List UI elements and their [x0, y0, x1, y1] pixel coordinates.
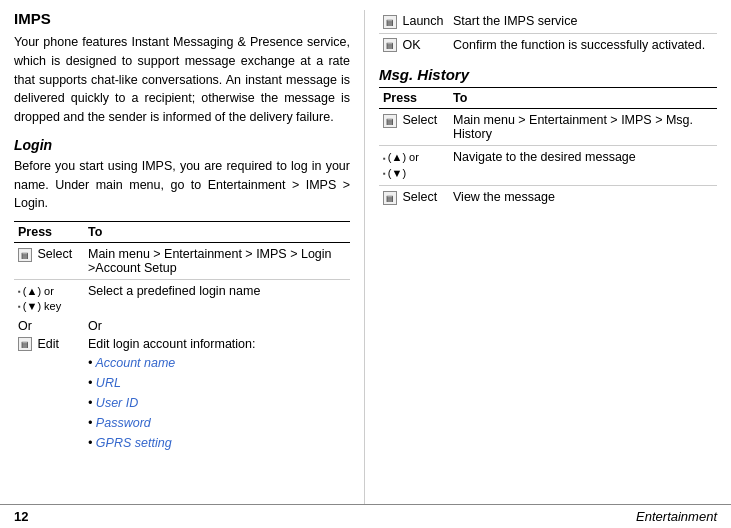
msg-history-title: Msg. History [379, 66, 717, 83]
footer-bar: 12 Entertainment [0, 504, 731, 528]
ok-icon: ▤ [383, 38, 397, 52]
select-icon: ▤ [383, 114, 397, 128]
to-cell: Navigate to the desired message [449, 146, 717, 186]
left-column: IMPS Your phone features Instant Messagi… [0, 10, 365, 504]
table-row: Or Or [14, 319, 350, 333]
page-number: 12 [14, 509, 28, 524]
page-container: IMPS Your phone features Instant Messagi… [0, 0, 731, 528]
press-label: Edit [37, 337, 59, 351]
table-row: ▪ (▲) or ▪ (▼) key Select a predefined l… [14, 280, 350, 319]
right-column: ▤ Launch Start the IMPS service ▤ OK Con… [365, 10, 731, 504]
press-cell: ▪ (▲) or ▪ (▼) [379, 146, 449, 186]
press-cell: ▤ Launch [379, 10, 449, 33]
select-icon: ▤ [383, 191, 397, 205]
press-label: Select [402, 190, 437, 204]
to-cell: Edit login account information: Account … [84, 333, 350, 457]
msg-history-table: Press To ▤ Select Main menu > Entertainm… [379, 87, 717, 208]
to-cell: Start the IMPS service [449, 10, 717, 33]
table-row: ▤ Select View the message [379, 186, 717, 209]
account-list: Account name URL User ID Password GPRS s… [88, 353, 346, 453]
login-intro: Before you start using IMPS, you are req… [14, 157, 350, 213]
press-cell: ▤ Select [14, 243, 84, 280]
to-header: To [84, 222, 350, 243]
nav-arrows: ▪ (▲) or ▪ (▼) key [18, 284, 80, 315]
edit-icon: ▤ [18, 337, 32, 351]
to-cell: Select a predefined login name [84, 280, 350, 319]
to-cell: Main menu > Entertainment > IMPS > Msg. … [449, 109, 717, 146]
press-cell: ▪ (▲) or ▪ (▼) key [14, 280, 84, 319]
press-cell: Or [14, 319, 84, 333]
press-label: OK [402, 38, 420, 52]
list-item: URL [88, 373, 346, 393]
table-row: ▤ Launch Start the IMPS service [379, 10, 717, 33]
to-cell: Main menu > Entertainment > IMPS > Login… [84, 243, 350, 280]
to-cell: Or [84, 319, 350, 333]
press-cell: ▤ Edit [14, 333, 84, 457]
select-icon: ▤ [18, 248, 32, 262]
list-item: GPRS setting [88, 433, 346, 453]
press-cell: ▤ Select [379, 109, 449, 146]
table-row: ▤ Select Main menu > Entertainment > IMP… [14, 243, 350, 280]
to-cell: Confirm the function is successfully act… [449, 33, 717, 56]
content-area: IMPS Your phone features Instant Messagi… [0, 0, 731, 504]
to-header: To [449, 88, 717, 109]
press-label: Select [402, 113, 437, 127]
press-header: Press [14, 222, 84, 243]
table-row: ▤ OK Confirm the function is successfull… [379, 33, 717, 56]
list-item: Password [88, 413, 346, 433]
section-label: Entertainment [636, 509, 717, 524]
imps-intro: Your phone features Instant Messaging & … [14, 33, 350, 127]
press-label: Launch [402, 14, 443, 28]
press-header: Press [379, 88, 449, 109]
to-cell: View the message [449, 186, 717, 209]
table-row: ▤ Select Main menu > Entertainment > IMP… [379, 109, 717, 146]
press-label: Select [37, 247, 72, 261]
imps-title: IMPS [14, 10, 350, 27]
table-row: ▤ Edit Edit login account information: A… [14, 333, 350, 457]
launch-table: ▤ Launch Start the IMPS service ▤ OK Con… [379, 10, 717, 56]
press-cell: ▤ OK [379, 33, 449, 56]
nav-arrows: ▪ (▲) or ▪ (▼) [383, 150, 445, 181]
table-row: ▪ (▲) or ▪ (▼) Navigate to the desired m… [379, 146, 717, 186]
press-cell: ▤ Select [379, 186, 449, 209]
list-item: User ID [88, 393, 346, 413]
list-item: Account name [88, 353, 346, 373]
login-title: Login [14, 137, 350, 153]
login-table: Press To ▤ Select Main menu > Entertainm… [14, 221, 350, 457]
launch-icon: ▤ [383, 15, 397, 29]
